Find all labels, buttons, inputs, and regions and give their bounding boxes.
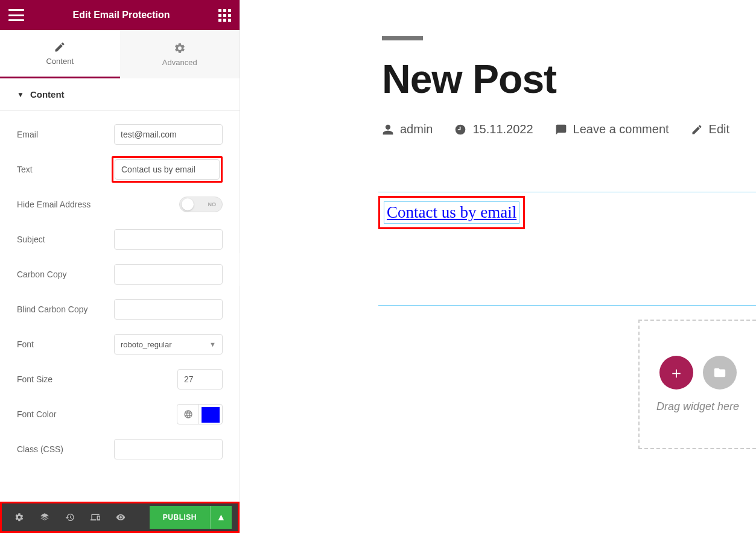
fontsize-input[interactable] xyxy=(177,369,223,390)
class-input[interactable] xyxy=(114,439,223,459)
meta-author[interactable]: admin xyxy=(382,122,433,136)
panel-tabs: Content Advanced xyxy=(0,30,240,78)
hide-email-label: Hide Email Address xyxy=(17,200,113,209)
text-highlight xyxy=(112,156,223,183)
folder-icon xyxy=(713,366,726,379)
publish-group: PUBLISH ▲ xyxy=(150,506,232,529)
meta-date: 15.11.2022 xyxy=(454,122,533,136)
dropzone[interactable]: ＋ Drag widget here xyxy=(638,320,756,449)
email-protection-widget[interactable]: Contact us by email xyxy=(384,201,519,224)
panel-title: Edit Email Protection xyxy=(73,10,170,20)
add-widget-button[interactable]: ＋ xyxy=(659,356,693,390)
tab-advanced-label: Advanced xyxy=(162,58,197,67)
row-fontsize: Font Size xyxy=(17,362,223,397)
meta-edit-text: Edit xyxy=(709,122,729,136)
clock-icon xyxy=(454,124,466,136)
user-icon xyxy=(382,124,394,136)
template-library-button[interactable] xyxy=(703,356,737,390)
fontsize-label: Font Size xyxy=(17,374,113,384)
footer-history-button[interactable] xyxy=(59,506,81,529)
chevron-down-icon: ▼ xyxy=(209,341,216,348)
fontcolor-group xyxy=(177,404,223,424)
layers-icon xyxy=(40,512,49,522)
row-fontcolor: Font Color xyxy=(17,397,223,432)
post-meta: admin 15.11.2022 Leave a comment Edit xyxy=(382,122,756,136)
row-subject: Subject xyxy=(17,222,223,257)
email-link[interactable]: Contact us by email xyxy=(387,203,516,221)
comment-icon xyxy=(555,124,567,136)
globe-icon xyxy=(183,409,193,419)
section-header-content[interactable]: ▼ Content xyxy=(0,78,240,111)
tab-content[interactable]: Content xyxy=(0,30,120,78)
class-label: Class (CSS) xyxy=(17,444,113,454)
subject-input[interactable] xyxy=(114,229,223,250)
tab-advanced[interactable]: Advanced xyxy=(120,30,240,78)
meta-author-text: admin xyxy=(400,122,433,136)
panel-section: ▼ Content Email Text Hide Email Address … xyxy=(0,78,240,502)
cc-label: Carbon Copy xyxy=(17,270,113,279)
text-label: Text xyxy=(17,165,112,174)
apps-grid-icon[interactable] xyxy=(218,9,231,22)
section-title: Content xyxy=(30,89,65,99)
dropzone-label: Drag widget here xyxy=(656,400,739,413)
gear-icon xyxy=(14,512,24,522)
widget-highlight: Contact us by email xyxy=(378,196,525,229)
email-label: Email xyxy=(17,130,113,139)
eye-icon xyxy=(116,512,125,522)
pencil-icon xyxy=(54,41,66,53)
dropzone-buttons: ＋ xyxy=(659,356,737,390)
panel-footer: PUBLISH ▲ xyxy=(0,502,240,533)
title-accent xyxy=(382,36,423,40)
bcc-input[interactable] xyxy=(114,299,223,320)
row-bcc: Blind Carbon Copy xyxy=(17,292,223,327)
subject-label: Subject xyxy=(17,235,113,244)
fontcolor-swatch[interactable] xyxy=(202,407,220,423)
row-hide-email: Hide Email Address NO xyxy=(17,187,223,222)
devices-icon xyxy=(91,512,100,522)
row-text: Text xyxy=(17,152,223,187)
caret-down-icon: ▼ xyxy=(17,90,24,99)
menu-icon[interactable] xyxy=(8,9,24,21)
hide-email-toggle[interactable]: NO xyxy=(179,197,223,212)
row-class: Class (CSS) xyxy=(17,432,223,467)
editor-panel: Edit Email Protection Content Advanced ▼… xyxy=(0,0,240,533)
font-select[interactable]: roboto_regular ▼ xyxy=(114,334,223,355)
meta-comment[interactable]: Leave a comment xyxy=(555,122,669,136)
panel-header: Edit Email Protection xyxy=(0,0,240,30)
font-label: Font xyxy=(17,339,113,349)
row-font: Font roboto_regular ▼ xyxy=(17,327,223,362)
footer-preview-button[interactable] xyxy=(109,506,132,529)
email-input[interactable] xyxy=(114,124,223,145)
pencil-icon xyxy=(691,124,703,136)
cc-input[interactable] xyxy=(114,264,223,285)
footer-responsive-button[interactable] xyxy=(84,506,107,529)
meta-comment-text: Leave a comment xyxy=(573,122,669,136)
publish-button[interactable]: PUBLISH xyxy=(150,506,210,529)
font-value: roboto_regular xyxy=(121,340,172,349)
widget-row[interactable]: Contact us by email xyxy=(378,192,756,306)
publish-options-button[interactable]: ▲ xyxy=(210,506,232,529)
meta-date-text: 15.11.2022 xyxy=(472,122,533,136)
caret-up-icon: ▲ xyxy=(217,512,226,523)
footer-navigator-button[interactable] xyxy=(33,506,56,529)
tab-content-label: Content xyxy=(46,57,74,66)
meta-edit[interactable]: Edit xyxy=(691,122,729,136)
fontcolor-label: Font Color xyxy=(17,409,113,419)
text-input[interactable] xyxy=(115,159,220,180)
gear-icon xyxy=(174,42,186,54)
history-icon xyxy=(65,512,75,522)
footer-settings-button[interactable] xyxy=(8,506,31,529)
plus-icon: ＋ xyxy=(669,362,684,383)
bcc-label: Blind Carbon Copy xyxy=(17,304,113,314)
post-title: New Post xyxy=(382,56,756,102)
preview-area: New Post admin 15.11.2022 Leave a commen… xyxy=(240,0,756,533)
row-email: Email xyxy=(17,117,223,152)
row-cc: Carbon Copy xyxy=(17,257,223,292)
globe-button[interactable] xyxy=(177,405,199,424)
controls: Email Text Hide Email Address NO Subject xyxy=(0,111,240,485)
toggle-state: NO xyxy=(208,201,217,207)
